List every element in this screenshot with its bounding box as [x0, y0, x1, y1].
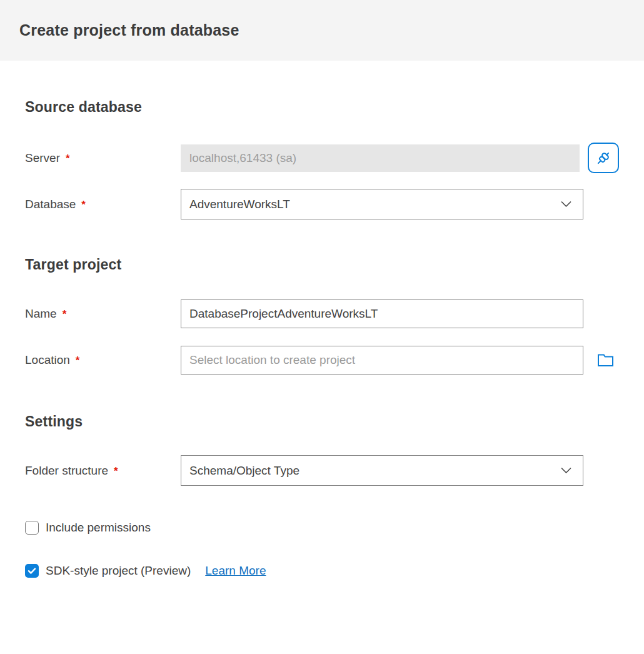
server-input [181, 144, 580, 172]
database-label: Database* [25, 198, 181, 211]
chevron-down-icon [559, 463, 573, 478]
section-heading-source-database: Source database [25, 61, 619, 116]
learn-more-link[interactable]: Learn More [205, 564, 266, 578]
project-name-input[interactable] [181, 299, 583, 328]
location-label: Location* [25, 353, 181, 367]
database-row: Database* AdventureWorksLT [25, 189, 619, 219]
section-heading-settings: Settings [25, 413, 619, 430]
server-label: Server* [25, 151, 181, 165]
sdk-style-row: SDK-style project (Preview) Learn More [25, 564, 619, 578]
folder-icon [597, 353, 614, 368]
server-row: Server* [25, 143, 619, 173]
name-row: Name* [25, 299, 619, 328]
include-permissions-label: Include permissions [46, 521, 151, 535]
required-asterisk: * [63, 308, 67, 320]
folder-structure-row: Folder structure* Schema/Object Type [25, 455, 619, 486]
required-asterisk: * [76, 355, 80, 366]
database-dropdown[interactable]: AdventureWorksLT [181, 189, 583, 219]
sdk-style-checkbox[interactable] [25, 564, 39, 578]
dialog-title: Create project from database [19, 21, 239, 39]
folder-structure-dropdown-value: Schema/Object Type [189, 464, 299, 478]
database-dropdown-value: AdventureWorksLT [189, 198, 290, 211]
required-asterisk: * [114, 465, 118, 477]
checkmark-icon [27, 566, 37, 576]
include-permissions-row: Include permissions [25, 521, 619, 535]
section-heading-target-project: Target project [25, 256, 619, 273]
location-row: Location* [25, 346, 619, 375]
chevron-down-icon [559, 197, 573, 211]
name-label: Name* [25, 307, 181, 321]
dialog-body: Source database Server* Database* [0, 61, 644, 603]
connect-server-button[interactable] [588, 143, 619, 173]
sdk-style-label: SDK-style project (Preview) [46, 564, 191, 578]
include-permissions-checkbox[interactable] [25, 521, 39, 535]
folder-structure-label: Folder structure* [25, 464, 181, 478]
required-asterisk: * [81, 199, 86, 211]
required-asterisk: * [66, 153, 70, 164]
location-input[interactable] [181, 346, 583, 375]
plug-icon [594, 149, 613, 168]
folder-structure-dropdown[interactable]: Schema/Object Type [181, 455, 583, 486]
dialog-header: Create project from database [0, 0, 644, 61]
browse-location-button[interactable] [597, 353, 614, 368]
